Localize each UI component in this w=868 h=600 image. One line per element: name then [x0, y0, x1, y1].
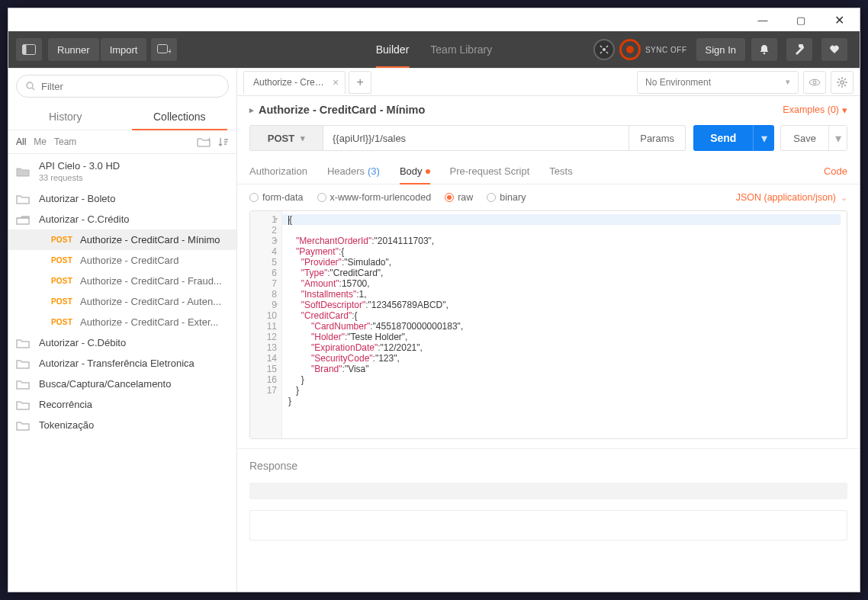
radio-urlencoded[interactable]: x-www-form-urlencoded — [317, 192, 432, 203]
request-row[interactable]: POSTAuthorize - CreditCard - Fraud... — [8, 271, 236, 291]
request-row[interactable]: POSTAuthorize - CreditCard - Auten... — [8, 291, 236, 312]
tab-history[interactable]: History — [8, 104, 123, 130]
new-folder-icon[interactable]: + — [197, 136, 211, 147]
url-row: POST▾ {{apiUrl}}/1/sales Params Send ▾ S… — [237, 116, 860, 159]
heart-button[interactable] — [821, 38, 847, 61]
folder-icon — [16, 399, 30, 410]
tab-authorization[interactable]: Authorization — [249, 159, 307, 184]
sync-status-icon[interactable] — [619, 39, 641, 60]
request-title[interactable]: ▸Authorize - CreditCard - Mínimo — [249, 104, 425, 116]
url-input[interactable]: {{apiUrl}}/1/sales — [323, 125, 629, 151]
os-titlebar: — ▢ ✕ — [8, 8, 860, 31]
folder-row[interactable]: Autorizar - C.Crédito — [8, 209, 236, 229]
radio-form-data[interactable]: form-data — [249, 192, 304, 203]
collection-icon — [16, 166, 30, 177]
top-right: SYNC OFF Sign In — [593, 38, 852, 61]
radio-binary[interactable]: binary — [487, 192, 526, 203]
folder-row[interactable]: Tokenização — [8, 415, 236, 435]
request-row[interactable]: POSTAuthorize - CreditCard — [8, 250, 236, 271]
request-row[interactable]: POSTAuthorize - CreditCard - Mínimo — [8, 229, 236, 250]
body-editor[interactable]: 1234567891011121314151617 { "MerchantOrd… — [249, 210, 847, 439]
scope-me[interactable]: Me — [34, 136, 47, 147]
window-close-button[interactable]: ✕ — [826, 13, 852, 27]
tab-collections[interactable]: Collections — [123, 104, 237, 130]
tab-tests[interactable]: Tests — [549, 159, 572, 184]
request-row[interactable]: POSTAuthorize - CreditCard - Exter... — [8, 312, 236, 332]
request-tab-name: Authorize - CreditCard - Mínimo — [253, 77, 326, 88]
window-minimize-button[interactable]: — — [750, 14, 776, 26]
content-type-select[interactable]: JSON (application/json)⌄ — [736, 192, 847, 203]
save-button-label: Save — [781, 126, 828, 150]
folder-row[interactable]: Recorrência — [8, 394, 236, 415]
request-label: Authorize - CreditCard - Auten... — [80, 296, 221, 307]
collection-header[interactable]: API Cielo - 3.0 HD 33 requests — [8, 154, 236, 188]
folder-icon — [16, 214, 30, 225]
send-dropdown[interactable]: ▾ — [753, 125, 774, 151]
sign-in-button[interactable]: Sign In — [696, 38, 745, 61]
request-label: Authorize - CreditCard — [80, 255, 178, 266]
svg-line-15 — [838, 79, 840, 80]
new-window-icon: + — [157, 44, 171, 55]
tab-body[interactable]: Body — [400, 159, 430, 184]
folder-label: Recorrência — [39, 399, 92, 410]
tab-builder[interactable]: Builder — [376, 31, 410, 68]
filter-input[interactable] — [41, 81, 219, 92]
method-select[interactable]: POST▾ — [249, 125, 323, 151]
folder-row[interactable]: Autorizar - C.Débito — [8, 332, 236, 353]
tab-prerequest[interactable]: Pre-request Script — [450, 159, 530, 184]
examples-dropdown[interactable]: Examples (0)▾ — [783, 104, 847, 116]
environment-area: No Environment ▾ — [631, 69, 860, 96]
caret-down-icon: ▾ — [842, 104, 847, 116]
add-request-tab[interactable]: + — [349, 71, 371, 94]
svg-point-10 — [841, 80, 844, 83]
chevron-down-icon: ⌄ — [841, 193, 847, 203]
response-header: Response — [237, 448, 860, 478]
tab-team-library[interactable]: Team Library — [430, 31, 492, 68]
sort-icon[interactable] — [218, 136, 229, 147]
method-badge: POST — [51, 318, 72, 326]
svg-line-18 — [838, 85, 840, 86]
radio-raw[interactable]: raw — [445, 192, 473, 203]
notifications-button[interactable] — [751, 38, 777, 61]
scope-all[interactable]: All — [16, 136, 26, 147]
response-placeholder-bar — [249, 483, 847, 499]
collection-tree: Autorizar - BoletoAutorizar - C.CréditoP… — [8, 188, 236, 435]
request-tab[interactable]: Authorize - CreditCard - Mínimo × — [243, 71, 346, 94]
panel-icon — [22, 44, 36, 55]
method-label: POST — [268, 133, 294, 144]
eye-icon — [809, 78, 821, 87]
request-sub-tabs: Authorization Headers (3) Body Pre-reque… — [237, 159, 860, 184]
body-type-row: form-data x-www-form-urlencoded raw bina… — [237, 184, 860, 210]
toggle-sidebar-button[interactable] — [16, 38, 42, 61]
folder-row[interactable]: Autorizar - Transferência Eletronica — [8, 353, 236, 374]
sync-status-text: SYNC OFF — [645, 46, 687, 54]
env-settings-button[interactable] — [831, 71, 854, 94]
svg-point-5 — [764, 53, 766, 55]
new-tab-button[interactable]: + — [151, 38, 177, 61]
save-button[interactable]: Save ▾ — [780, 125, 847, 151]
sidebar: History Collections All Me Team + API Ci… — [8, 69, 237, 592]
scope-team[interactable]: Team — [54, 136, 76, 147]
method-badge: POST — [51, 236, 72, 244]
folder-label: Autorizar - Boleto — [39, 193, 115, 204]
window-maximize-button[interactable]: ▢ — [788, 14, 814, 26]
editor-code[interactable]: { "MerchantOrderId":"2014111703", "Payme… — [282, 211, 847, 438]
runner-button[interactable]: Runner — [48, 38, 99, 61]
tab-headers[interactable]: Headers (3) — [327, 159, 380, 184]
send-button[interactable]: Send ▾ — [693, 125, 774, 151]
env-quicklook-button[interactable] — [803, 71, 826, 94]
settings-button[interactable] — [786, 38, 812, 61]
filter-field[interactable] — [16, 75, 229, 98]
capture-icon[interactable] — [593, 39, 615, 60]
folder-row[interactable]: Busca/Captura/Cancelamento — [8, 374, 236, 394]
import-button[interactable]: Import — [101, 38, 147, 61]
environment-select[interactable]: No Environment ▾ — [637, 71, 799, 94]
satellite-icon — [599, 44, 609, 55]
close-tab-icon[interactable]: × — [333, 76, 339, 88]
code-link[interactable]: Code — [824, 165, 847, 177]
params-button[interactable]: Params — [629, 125, 686, 151]
svg-text:+: + — [168, 47, 171, 55]
chevron-right-icon: ▸ — [249, 105, 254, 115]
save-dropdown[interactable]: ▾ — [828, 126, 847, 150]
folder-row[interactable]: Autorizar - Boleto — [8, 188, 236, 209]
